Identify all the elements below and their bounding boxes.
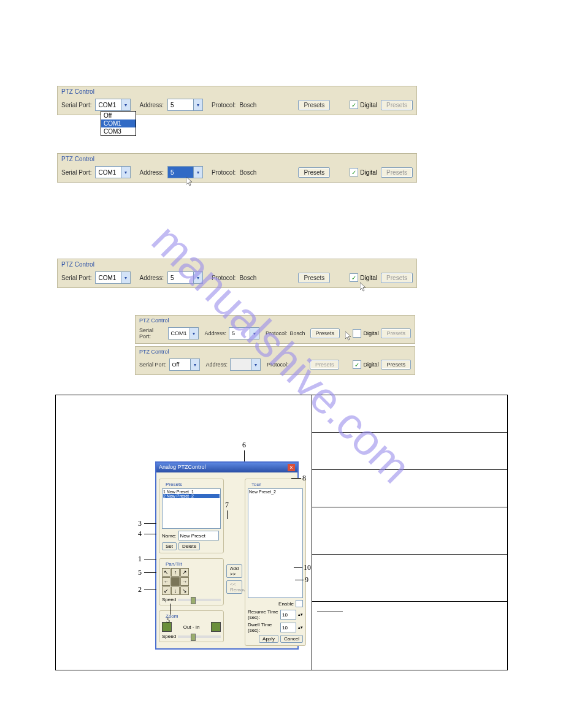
dialog-titlebar[interactable]: Analog PTZControl × [156,463,297,472]
arrow-nw-icon[interactable]: ↖ [162,568,170,577]
serial-port-label: Serial Port: [139,362,167,368]
arrow-se-icon[interactable]: ↘ [180,586,189,595]
presets-group-title: Presets [164,482,183,487]
address-label: Address: [206,362,228,368]
spinner-icon[interactable]: ▴▾ [298,612,303,617]
slider-thumb-icon[interactable] [191,597,196,604]
enable-label: Enable [278,601,294,607]
list-item[interactable]: New Preset_2 [249,490,302,494]
dwell-time-input[interactable] [280,623,296,632]
callout-line [144,523,156,524]
arrow-right-icon[interactable]: → [180,577,189,586]
address-select[interactable]: 5 ▾ [229,327,259,339]
callout-line [144,559,156,559]
zoom-in-button[interactable] [211,622,221,632]
cancel-button[interactable]: Cancel [280,635,303,643]
add-button[interactable]: Add >> [226,564,242,578]
document-table: 6 Analog PTZControl × Presets [55,395,508,670]
presets-button[interactable]: Presets [310,328,340,338]
callout-1: 1 [138,555,142,564]
serial-port-dropdown[interactable]: Off COM1 COM3 [101,111,136,136]
digital-checkbox[interactable]: ✓ Digital [353,360,378,369]
speed-slider[interactable] [178,599,221,601]
digital-checkbox[interactable]: ✓ Digital [350,168,377,176]
callout-3: 3 [138,519,142,528]
address-select[interactable]: 5 ▾ [167,271,203,284]
resume-time-input[interactable] [280,610,296,620]
chevron-down-icon: ▾ [121,272,130,283]
address-select[interactable]: 5 ▾ [167,99,203,111]
cursor-icon [360,282,367,294]
serial-port-select[interactable]: COM1 ▾ [95,99,131,111]
name-label: Name: [162,533,177,539]
serial-port-select[interactable]: COM1 ▾ [168,327,199,339]
arrow-left-icon[interactable]: ← [162,577,170,586]
list-item[interactable]: 2 New Preset_2 [163,494,220,498]
table-cell [312,433,507,470]
arrow-up-icon[interactable]: ↑ [171,568,180,577]
preset-name-input[interactable] [178,531,219,540]
dropdown-option-off[interactable]: Off [101,112,136,119]
protocol-value: Bosch [239,102,256,108]
table-cell [312,395,507,433]
table-cell [312,555,507,602]
chevron-down-icon: ▾ [190,359,199,370]
zoom-text: Out - In [174,624,209,630]
digital-checkbox[interactable]: Digital [353,329,378,338]
apply-button[interactable]: Apply [259,635,278,643]
callout-line [227,510,228,519]
presets-listbox[interactable]: 1 New Preset_1 2 New Preset_2 [162,488,221,529]
address-select: ▾ [230,358,261,371]
table-cell [312,470,507,507]
serial-port-select[interactable]: COM1 ▾ [95,271,131,284]
dropdown-option-com1[interactable]: COM1 [101,119,136,127]
serial-port-select[interactable]: COM1 ▾ [95,166,131,178]
slider-thumb-icon[interactable] [191,634,196,641]
arrow-sw-icon[interactable]: ↙ [162,586,170,595]
table-cell [312,507,507,555]
set-button[interactable]: Set [162,542,177,550]
address-select[interactable]: 5 ▾ [167,166,203,178]
delete-button[interactable]: Delete [178,542,200,550]
pantilt-group-title: Pan/Tilt [164,561,183,567]
presets-button[interactable]: Presets [381,360,411,370]
protocol-label: Protocol: [212,102,236,108]
spinner-icon[interactable]: ▴▾ [298,625,303,630]
arrow-down-icon[interactable]: ↓ [171,586,180,595]
callout-5b: 5 [166,616,170,625]
presets-button[interactable]: Presets [298,273,330,283]
pantilt-joystick[interactable]: ↖ ↑ ↗ ← → ↙ ↓ ↘ [162,568,221,595]
chevron-down-icon: ▾ [121,99,130,110]
address-label: Address: [139,169,163,176]
enable-checkbox[interactable] [296,600,303,607]
close-icon[interactable]: × [288,464,295,471]
checkbox-icon [353,329,361,338]
chevron-down-icon: ▾ [193,272,202,283]
callout-line [170,604,170,615]
digital-checkbox[interactable]: ✓ Digital [350,100,377,109]
arrow-ne-icon[interactable]: ↗ [180,568,189,577]
list-item[interactable]: 1 New Preset_1 [163,490,220,494]
callout-8: 8 [302,474,306,483]
chevron-down-icon: ▾ [121,167,130,178]
callout-line [295,580,304,580]
callout-line [291,478,301,479]
protocol-value: Bosch [239,275,256,281]
address-label: Address: [205,330,227,336]
chevron-down-icon: ▾ [190,328,198,339]
callout-line [144,590,156,590]
address-label: Address: [139,275,163,281]
checkbox-icon: ✓ [350,168,358,176]
digital-checkbox[interactable]: ✓ Digital [350,273,377,282]
zoom-speed-slider[interactable] [178,635,221,638]
serial-port-label: Serial Port: [61,169,91,176]
dropdown-option-com3[interactable]: COM3 [101,127,136,135]
serial-port-select[interactable]: Off ▾ [169,358,200,371]
remove-button: << Remove [226,580,242,594]
tour-listbox[interactable]: New Preset_2 [248,488,303,598]
ptz-control-bar-5: PTZ Control Serial Port: Off ▾ Address: … [135,346,415,375]
presets-button[interactable]: Presets [298,167,330,178]
presets-button[interactable]: Presets [298,100,330,110]
chevron-down-icon: ▾ [193,167,202,178]
underline-mark [317,605,343,612]
